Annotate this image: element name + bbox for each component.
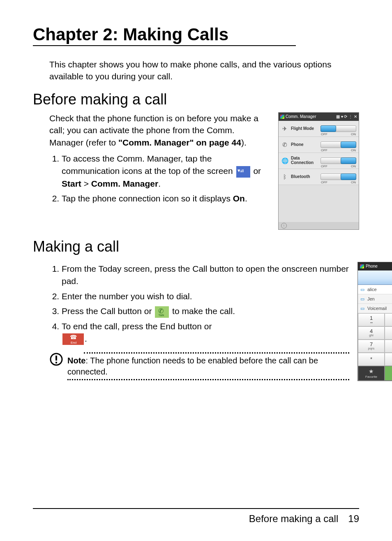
dial-keypad: 1ₒₒ2abc3def4ghi5jkl6mno7pqrs8tuv9wxyz*0+… <box>358 313 392 366</box>
s3-post: to make the call. <box>170 306 235 316</box>
row-icon: ✈ <box>281 125 288 132</box>
dial-key: 7pqrs <box>358 340 385 353</box>
s1-mid: or <box>251 166 261 176</box>
toggle-row: ✆ Phone OFFON <box>279 137 359 153</box>
chapter-intro: This chapter shows you how to make phone… <box>49 58 349 83</box>
dial-key: 4ghi <box>358 326 385 340</box>
toggle-slider: OFFON <box>321 141 356 148</box>
section1-post: ). <box>241 138 247 147</box>
step-2-4: To end the call, press the End button or… <box>62 320 349 345</box>
s3-pre: Press the Call button or <box>62 306 154 316</box>
section2-steps: From the Today screen, press the Call bu… <box>49 263 349 345</box>
dial-key: 0+ <box>385 353 392 366</box>
start-flag-icon-2 <box>360 264 364 268</box>
row-label: Phone <box>291 143 318 147</box>
dial-key: 1ₒₒ <box>358 313 385 326</box>
note-bottom-rule <box>67 379 349 380</box>
toggle-slider: OFFON <box>321 157 356 164</box>
comm-manager-xref[interactable]: "Comm. Manager" on page 44 <box>118 138 241 147</box>
status-bar-icon <box>236 166 250 178</box>
toggle-row: ✈ Flight Mode OFFON <box>279 121 359 137</box>
attention-icon <box>49 352 63 366</box>
contact-name: Voicemail <box>367 306 387 311</box>
footer-page-number: 19 <box>348 513 359 524</box>
toggle-row: ᛒ Bluetooth OFFON <box>279 169 359 185</box>
note-label: Note <box>67 356 85 365</box>
end-button-icon <box>62 333 84 345</box>
contact-icon: ▭ <box>360 306 365 311</box>
s2-on: On <box>233 194 245 203</box>
contact-name: Jen <box>367 296 375 301</box>
contact-icon: ▭ <box>360 287 365 292</box>
dial-key: * <box>358 353 385 366</box>
section1-steps: To access the Comm. Manager, tap the com… <box>49 153 270 205</box>
comm-manager-screenshot: Comm. Manager ▦ ▾ ⟳ ⋮ ✕ ✈ Flight Mode OF… <box>278 112 359 230</box>
contact-row: ▭alice·▯· <box>358 285 392 294</box>
phone-dialer-screenshot: Phone ⇄ ▾ 🔊 3:04 ✕ ⟸ ▭alice·▯·▭Jen▭Voice… <box>357 262 392 381</box>
page-footer: Before making a call19 <box>33 508 359 525</box>
toggle-slider: OFFON <box>321 125 356 132</box>
row-icon: 🌐 <box>281 157 288 164</box>
dial-key: 2abc <box>385 313 392 326</box>
section-making-title: Making a call <box>33 238 359 255</box>
dial-number-display: ⟸ <box>358 270 392 285</box>
s1-pre: To access the Comm. Manager, tap the com… <box>62 154 235 176</box>
dial-key: 5jkl <box>385 326 392 340</box>
s2-pre: Tap the phone connection icon so it disp… <box>62 194 233 203</box>
chapter-title: Chapter 2: Making Calls <box>33 25 296 46</box>
section1-body: Check that the phone function is on befo… <box>49 112 270 148</box>
dial-key: 8tuv <box>385 340 392 353</box>
shot1-empty <box>279 185 359 222</box>
shot2-title: Phone <box>366 264 378 268</box>
dialer-bottom-button: ✆Talk <box>385 366 392 381</box>
row-label: Bluetooth <box>291 175 318 179</box>
s4-pre: To end the call, press the End button or <box>62 321 212 331</box>
dialer-bottom-row: ★Favorite✆Talk▯≡Call History <box>358 366 392 381</box>
step-1-2: Tap the phone connection icon so it disp… <box>62 192 270 205</box>
contact-icon: ▭ <box>360 296 365 301</box>
note-block: Note: The phone function needs to be ena… <box>49 352 349 380</box>
svg-rect-2 <box>55 362 57 363</box>
note-text: Note: The phone function needs to be ena… <box>67 354 349 379</box>
row-icon: ✆ <box>281 141 288 148</box>
s1-end: . <box>158 179 161 188</box>
s4-post: . <box>85 334 87 343</box>
step-2-1: From the Today screen, press the Call bu… <box>62 263 349 288</box>
row-label: Data Connection <box>291 156 318 165</box>
info-icon: i <box>281 223 287 229</box>
s1-start: Start <box>62 179 81 188</box>
step-2-3: Press the Call button or to make the cal… <box>62 305 349 317</box>
contact-list: ▭alice·▯·▭Jen▭Voicemail <box>358 285 392 313</box>
shot1-title: Comm. Manager <box>286 114 316 119</box>
shot2-titlebar: Phone ⇄ ▾ 🔊 3:04 ✕ <box>358 262 392 270</box>
start-flag-icon <box>280 115 284 119</box>
talk-button-icon <box>155 306 169 318</box>
step-2-2: Enter the number you wish to dial. <box>62 290 349 303</box>
toggle-row: 🌐 Data Connection OFFON <box>279 153 359 169</box>
footer-section: Before making a call <box>249 513 338 524</box>
dialer-bottom-button: ★Favorite <box>358 366 385 381</box>
shot1-titlebar: Comm. Manager ▦ ▾ ⟳ ⋮ ✕ <box>279 113 359 121</box>
s1-cm: Comm. Manager <box>91 179 158 188</box>
contact-row: ▭Voicemail <box>358 304 392 313</box>
toggle-slider: OFFON <box>321 173 356 180</box>
shot1-status-icons: ▦ ▾ ⟳ ⋮ ✕ <box>336 114 357 119</box>
s2-end: . <box>245 194 247 203</box>
contact-row: ▭Jen <box>358 294 392 304</box>
section-before-title: Before making a call <box>33 91 359 108</box>
note-body: : The phone function needs to be enabled… <box>67 356 318 376</box>
shot1-bottom: i <box>279 222 359 229</box>
step-1-1: To access the Comm. Manager, tap the com… <box>62 153 270 190</box>
svg-rect-1 <box>55 356 57 361</box>
row-label: Flight Mode <box>291 127 318 131</box>
contact-name: alice <box>367 287 377 292</box>
s1-gt: > <box>81 179 91 188</box>
row-icon: ᛒ <box>281 173 288 180</box>
